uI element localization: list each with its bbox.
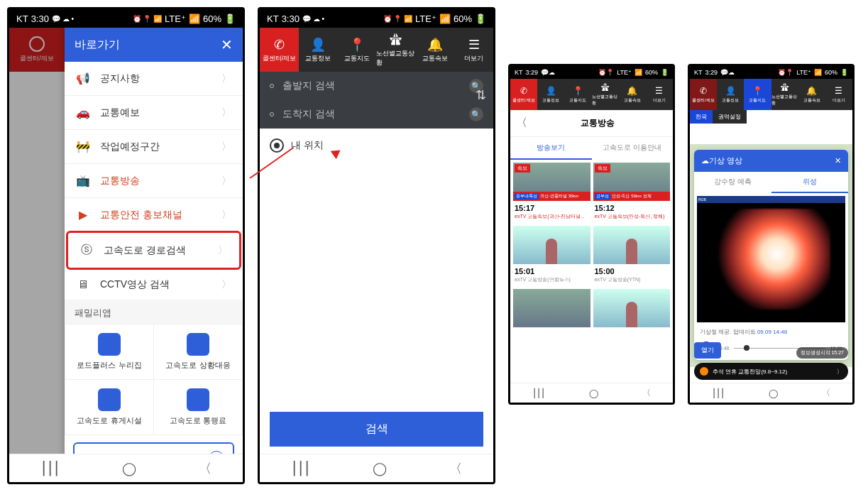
app-icon [187, 388, 209, 411]
pin-icon: 📍 [349, 37, 365, 53]
back-button[interactable]: 〈 [516, 116, 527, 131]
status-bar: KT 3:29 💬☁ ⏰📍 LTE⁺ 📶 60%🔋 [690, 66, 852, 79]
chevron-right-icon: 〉 [221, 278, 231, 291]
family-app[interactable]: 고속도로 상황대응 [154, 324, 242, 379]
top-nav: ✆콜센터/제보 👤교통정보 📍교통지도 🛣노선별교통상황 🔔교통속보 ☰더보기 [510, 79, 673, 110]
system-nav[interactable]: ⎮⎮⎮◯〈 [9, 454, 243, 482]
video-item[interactable]: 속보중부내륙선괴산-연풍터널 35km15:17exTV 교통속보(괴산-진남터… [513, 163, 590, 223]
nav-tab-alert[interactable]: 🔔교통속보 [798, 79, 825, 110]
arrival-input[interactable]: 도착지 검색🔍 [260, 100, 493, 129]
nav-tab-route[interactable]: 🛣노선별교통상황 [592, 79, 619, 110]
location-icon [270, 138, 284, 153]
chevron-right-icon: 〉 [221, 175, 231, 187]
status-bar: KT 3:29 💬☁ ⏰📍 LTE⁺ 📶 60%🔋 [510, 66, 673, 79]
menu-icon: 📢 [76, 72, 90, 85]
chevron-right-icon: 〉 [218, 244, 228, 257]
system-nav[interactable]: ⎮⎮⎮◯〈 [260, 454, 493, 482]
satellite-image: RGB [697, 196, 845, 322]
news-ticker[interactable]: 추석 연휴 교통전망(9.8~9.12)〉 [694, 363, 848, 380]
tab-watch[interactable]: 방송보기 [510, 137, 592, 160]
menu-icon: 🚗 [76, 106, 90, 119]
panel-title: 바로가기 [75, 38, 120, 53]
tab-guide[interactable]: 고속도로 이용안내 [592, 137, 674, 160]
my-location[interactable]: 내 위치 [260, 129, 493, 163]
nav-tab-map[interactable]: 📍교통지도 [744, 79, 771, 110]
close-icon[interactable]: ✕ [835, 156, 841, 165]
nav-tab-call[interactable]: ✆콜센터/제보 [690, 79, 717, 110]
menu-item[interactable]: 🖥CCTV영상 검색〉 [65, 268, 243, 300]
search-button[interactable]: 검색 [270, 412, 483, 447]
system-nav[interactable]: ⎮⎮⎮◯〈 [690, 383, 852, 403]
chevron-right-icon: 〉 [221, 72, 231, 85]
status-bar: KT 3:30 💬 ☁ • ⏰ 📍 📶 LTE⁺ 📶 60%🔋 [260, 9, 493, 28]
menu-icon: 🚧 [76, 140, 90, 153]
video-item[interactable]: 15:01exTV 교통방송(연합뉴스) [513, 226, 590, 286]
menu-item[interactable]: 📢공지사항〉 [65, 62, 243, 96]
shortcut-menu: 📢공지사항〉🚗교통예보〉🚧작업예정구간〉📺교통방송〉▶교통안전 홍보채널〉ⓢ고속… [65, 62, 243, 300]
app-icon [98, 333, 121, 356]
video-thumb: 속보경부선안성-옥산 53km 정체 [593, 163, 671, 201]
nav-tab-route[interactable]: 🛣노선별교통상황 [771, 79, 798, 110]
app-icon [187, 333, 209, 356]
weather-title: 기상 영상 [709, 155, 742, 166]
video-item[interactable]: 15:00exTV 교통방송(YTN) [593, 226, 671, 286]
nav-tab-map[interactable]: 📍교통지도 [338, 28, 377, 72]
top-nav: ✆콜센터/제보 👤교통정보 📍교통지도 🛣노선별교통상황 🔔교통속보 ☰더보기 [690, 79, 852, 110]
cloud-icon: ☁ [701, 156, 709, 165]
nav-tab-traffic[interactable]: 👤교통정보 [717, 79, 744, 110]
family-app[interactable]: 로드플러스 누리집 [65, 324, 153, 379]
video-item[interactable] [513, 289, 590, 327]
chevron-right-icon: 〉 [221, 141, 231, 153]
scope-national[interactable]: 전국 [690, 110, 713, 124]
open-button[interactable]: 열기 [694, 342, 721, 359]
departure-input[interactable]: 출발지 검색🔍 [260, 72, 493, 100]
weather-panel: ☁ 기상 영상 ✕ 강수량 예측 위성 RGB 기상청 제공. 업데이트 09.… [694, 150, 848, 360]
video-thumb: 속보중부내륙선괴산-연풍터널 35km [513, 163, 590, 201]
menu-item[interactable]: 📺교통방송〉 [65, 164, 243, 198]
nav-tab-traffic[interactable]: 👤교통정보 [537, 79, 564, 110]
menu-icon: ☰ [466, 37, 482, 53]
app-icon [98, 388, 121, 411]
search-icon: 🔍 [469, 107, 483, 121]
swap-icon[interactable]: ⇅ [476, 87, 486, 103]
menu-item[interactable]: ▶교통안전 홍보채널〉 [65, 198, 243, 232]
nav-tab-more[interactable]: ☰더보기 [825, 79, 852, 110]
arrow-annotation [250, 178, 303, 179]
scope-region[interactable]: 권역설정 [713, 110, 747, 124]
nav-tab-call[interactable]: ✆콜센터/제보 [260, 28, 299, 72]
family-app[interactable]: 고속도로 휴게시설 [65, 380, 153, 435]
menu-item[interactable]: 🚗교통예보〉 [65, 96, 243, 130]
phone-route-search: KT 3:30 💬 ☁ • ⏰ 📍 📶 LTE⁺ 📶 60%🔋 ✆콜센터/제보 … [258, 7, 495, 484]
menu-item[interactable]: ⓢ고속도로 경로검색〉 [66, 231, 241, 270]
system-nav[interactable]: ⎮⎮⎮◯〈 [510, 383, 673, 403]
menu-icon: ▶ [76, 208, 90, 222]
video-thumb [593, 226, 671, 264]
family-app[interactable]: 고속도로 통행료 [154, 380, 242, 435]
page-title: 교통방송 [581, 117, 615, 129]
menu-item[interactable]: 🚧작업예정구간〉 [65, 130, 243, 164]
nav-tab-alert[interactable]: 🔔교통속보 [415, 28, 454, 72]
nav-tab-traffic[interactable]: 👤교통정보 [299, 28, 338, 72]
nav-tab-alert[interactable]: 🔔교통속보 [619, 79, 646, 110]
route-search-form: 출발지 검색🔍 도착지 검색🔍 [260, 72, 493, 129]
chevron-right-icon: 〉 [221, 106, 231, 119]
route-icon: 🛣 [388, 32, 404, 48]
nav-tab-more[interactable]: ☰더보기 [454, 28, 493, 72]
family-apps: 로드플러스 누리집고속도로 상황대응고속도로 휴게시설고속도로 통행료 [65, 324, 243, 435]
close-icon[interactable]: ✕ [221, 36, 233, 53]
video-item[interactable] [593, 289, 671, 327]
nav-tab-call[interactable]: ✆콜센터/제보 [510, 79, 537, 110]
bell-icon: 🔔 [427, 37, 443, 53]
shortcut-panel: 바로가기 ✕ 📢공지사항〉🚗교통예보〉🚧작업예정구간〉📺교통방송〉▶교통안전 홍… [65, 28, 243, 482]
video-thumb [513, 226, 590, 264]
nav-tab-map[interactable]: 📍교통지도 [564, 79, 591, 110]
tab-satellite[interactable]: 위성 [771, 172, 849, 193]
nav-tab-more[interactable]: ☰더보기 [646, 79, 673, 110]
person-icon: 👤 [310, 37, 326, 53]
nav-tab-route[interactable]: 🛣노선별교통상황 [376, 28, 415, 72]
video-item[interactable]: 속보경부선안성-옥산 53km 정체15:12exTV 교통속보(안성-옥산, … [593, 163, 671, 223]
video-grid: 속보중부내륙선괴산-연풍터널 35km15:17exTV 교통속보(괴산-진남터… [510, 160, 673, 330]
tab-rain[interactable]: 강수량 예측 [694, 172, 771, 193]
generated-timestamp: 정보생성시각 15:27 [796, 347, 848, 359]
status-bar: KT 3:30 💬 ☁ • ⏰ 📍 📶 LTE⁺ 📶 60%🔋 [9, 9, 243, 28]
